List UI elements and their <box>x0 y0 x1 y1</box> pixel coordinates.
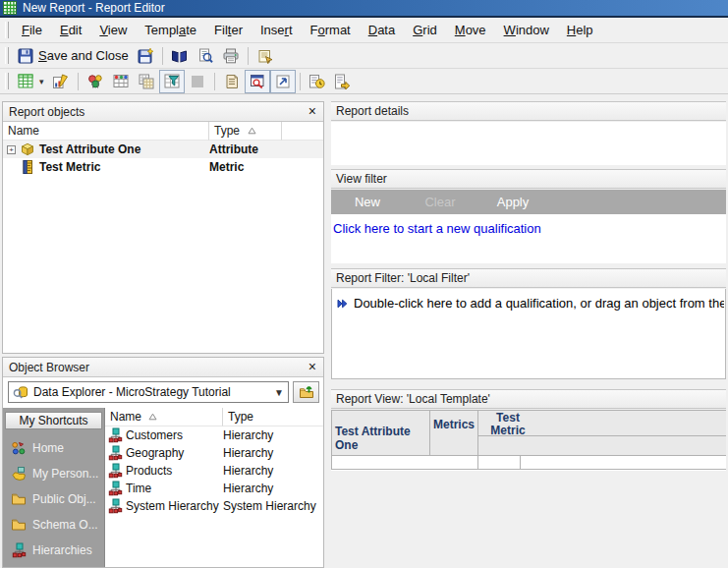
chevron-down-icon: ▼ <box>274 387 284 398</box>
report-object-name-cell: +Test Attribute One <box>3 142 209 157</box>
report-objects-icon <box>86 73 103 89</box>
grid-data-cell[interactable] <box>478 456 521 470</box>
item-name-cell: Products <box>105 463 223 479</box>
report-details-note-icon <box>223 73 240 89</box>
title-bar[interactable]: New Report - Report Editor <box>0 0 728 18</box>
formatting-grid-button[interactable] <box>108 70 134 93</box>
toolbar-grip[interactable] <box>5 22 9 38</box>
report-filter-body[interactable]: Double-click here to add a qualification… <box>331 289 726 379</box>
report-filter-placeholder[interactable]: Double-click here to add a qualification… <box>354 296 724 311</box>
print-button[interactable] <box>218 44 244 68</box>
menu-insert[interactable]: Insert <box>252 20 302 40</box>
properties-button[interactable] <box>252 44 278 68</box>
personal-objects-icon <box>11 466 27 482</box>
report-object-row[interactable]: Test MetricMetric <box>3 158 323 176</box>
object-type-label: Attribute <box>209 142 282 156</box>
shortcut-label: Schema O... <box>32 518 98 532</box>
menu-format[interactable]: Format <box>302 20 360 40</box>
report-object-row[interactable]: +Test Attribute OneAttribute <box>3 141 323 158</box>
sidebar-item-schema-o[interactable]: Schema O... <box>3 512 104 538</box>
close-icon[interactable]: × <box>308 359 316 374</box>
report-details-header: Report details <box>331 101 726 121</box>
toolbar-grip[interactable] <box>5 47 9 64</box>
list-item[interactable]: ProductsHierarchy <box>105 462 323 480</box>
menu-grid[interactable]: Grid <box>404 20 446 40</box>
popup-window-button[interactable] <box>270 70 296 93</box>
list-item[interactable]: System HierarchySystem Hierarchy <box>105 497 323 515</box>
sidebar-item-hierarchies[interactable]: Hierarchies <box>3 538 104 563</box>
object-type-label: Metric <box>209 160 282 174</box>
menu-data[interactable]: Data <box>360 20 404 40</box>
page-by-button[interactable] <box>134 70 159 93</box>
menu-filter[interactable]: Filter <box>205 20 252 40</box>
menu-move[interactable]: Move <box>446 20 495 40</box>
report-objects-list: +Test Attribute OneAttributeTest MetricM… <box>3 141 323 176</box>
book-icon <box>171 47 188 64</box>
column-header-type[interactable]: Type <box>223 408 323 426</box>
item-type-label: System Hierarchy <box>223 499 323 513</box>
toolbar-grip[interactable] <box>5 73 9 89</box>
report-objects-button[interactable] <box>83 70 108 93</box>
grid-data-cell[interactable] <box>521 456 726 470</box>
toolbar-separator <box>78 73 79 90</box>
report-objects-column-headers: Name Type <box>3 122 323 141</box>
menu-view[interactable]: View <box>90 20 136 40</box>
view-filter-button[interactable] <box>159 70 185 93</box>
report-details-body <box>331 122 726 165</box>
menu-window[interactable]: Window <box>495 20 558 40</box>
menu-edit[interactable]: Edit <box>51 20 90 40</box>
item-name-label: System Hierarchy <box>126 499 219 513</box>
shortcut-label: Home <box>32 441 64 455</box>
object-name-label: Test Attribute One <box>39 142 140 156</box>
column-header-name[interactable]: Name <box>105 408 223 426</box>
menu-help[interactable]: Help <box>558 20 602 40</box>
data-source-dropdown[interactable]: Data Explorer - MicroStrategy Tutorial ▼ <box>8 381 289 403</box>
schedule-icon <box>308 73 325 89</box>
list-item[interactable]: TimeHierarchy <box>105 480 323 497</box>
grid-header-spacer-cell <box>478 436 726 456</box>
dropdown-caret-icon: ▾ <box>39 77 44 86</box>
grid-row-header-cell[interactable]: Test Attribute One <box>331 410 430 456</box>
save-as-button[interactable] <box>133 44 158 68</box>
close-icon[interactable]: × <box>308 103 316 119</box>
grid-metrics-header-cell[interactable]: Metrics <box>430 410 478 456</box>
export-button[interactable] <box>330 70 356 93</box>
item-name-cell: Geography <box>105 445 223 461</box>
sidebar-item-my-person[interactable]: My Person... <box>3 461 104 486</box>
menu-file[interactable]: File <box>13 20 51 40</box>
list-item[interactable]: GeographyHierarchy <box>105 444 323 462</box>
report-details-note-button[interactable] <box>219 70 245 93</box>
report-objects-panel: Report objects × Name Type +Test Attribu… <box>2 101 324 354</box>
grid-metric-column-header[interactable]: Test Metric <box>478 410 726 436</box>
object-browser-header: Object Browser × <box>3 358 323 377</box>
new-button[interactable]: New <box>331 195 404 209</box>
expand-icon[interactable]: + <box>7 145 16 154</box>
report-object-name-cell: Test Metric <box>3 159 209 175</box>
menu-template[interactable]: Template <box>136 20 205 40</box>
grid-view-button[interactable]: ▾ <box>13 70 48 93</box>
shortcut-label: Public Obj... <box>32 492 96 506</box>
item-type-label: Hierarchy <box>223 482 323 495</box>
schedule-button[interactable] <box>305 70 330 93</box>
item-type-label: Hierarchy <box>223 428 323 442</box>
hierarchy-icon <box>107 498 123 514</box>
print-preview-button[interactable] <box>193 44 218 68</box>
design-button[interactable] <box>48 70 74 93</box>
shortcut-label: My Person... <box>32 467 98 481</box>
column-header-type[interactable]: Type <box>209 122 282 141</box>
column-header-name[interactable]: Name <box>3 122 209 141</box>
book-button[interactable] <box>167 44 193 68</box>
save-button[interactable]: Save and Close <box>13 44 133 68</box>
grid-data-cell[interactable] <box>331 456 478 470</box>
apply-button[interactable]: Apply <box>476 195 549 209</box>
sql-view-button[interactable] <box>245 70 270 93</box>
up-one-level-button[interactable] <box>293 381 319 403</box>
my-shortcuts-button[interactable]: My Shortcuts <box>5 412 102 429</box>
new-qualification-link[interactable]: Click here to start a new qualification <box>333 221 541 236</box>
sidebar-item-home[interactable]: Home <box>3 435 104 461</box>
view-filter-body: Click here to start a new qualification <box>331 214 726 263</box>
list-item[interactable]: CustomersHierarchy <box>105 426 323 444</box>
grid-view-icon <box>17 73 33 89</box>
sidebar-item-public-obj[interactable]: Public Obj... <box>3 486 104 512</box>
metric-icon <box>20 159 35 175</box>
